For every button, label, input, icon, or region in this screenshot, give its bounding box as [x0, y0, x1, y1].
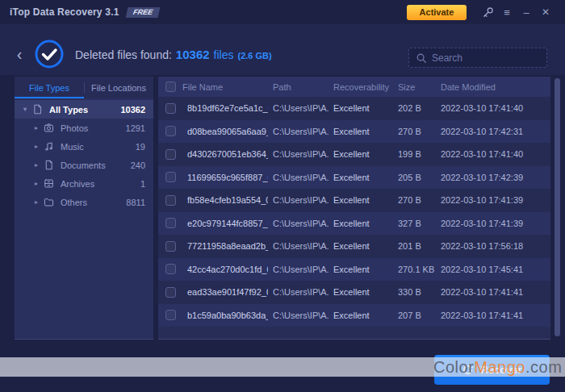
row-checkbox[interactable] [165, 287, 176, 298]
search-icon [416, 52, 427, 64]
tree-item-label: All Types [49, 105, 120, 115]
result-count: 10362 [176, 48, 210, 61]
cell-path: C:\Users\IP\A... [268, 311, 329, 320]
cell-path: C:\Users\IP\A... [268, 219, 329, 228]
cell-date: 2022-03-10 17:41:41 [436, 311, 525, 320]
row-checkbox[interactable] [165, 241, 176, 252]
sidebar-tree-item[interactable]: ▸ Documents 240 [15, 156, 153, 174]
table-row[interactable]: b1c59a0ba90b63da_0 C:\Users\IP\A... Exce… [158, 304, 550, 327]
cell-date: 2022-03-10 17:41:39 [436, 219, 525, 228]
col-size[interactable]: Size [393, 82, 436, 92]
table-row[interactable]: e20c979144fc8857_0 C:\Users\IP\A... Exce… [158, 212, 550, 236]
col-date-modified[interactable]: Date Modified [436, 82, 525, 92]
title-bar: iTop Data Recovery 3.1 FREE Activate ≡ –… [0, 0, 565, 24]
select-all-checkbox[interactable] [165, 81, 176, 92]
expand-arrow-icon[interactable]: ▸ [32, 143, 40, 150]
close-icon[interactable]: ✕ [536, 3, 555, 21]
row-checkbox[interactable] [165, 103, 176, 114]
expand-arrow-icon[interactable]: ▸ [32, 198, 40, 206]
tree-item-label: Photos [61, 123, 126, 133]
results-table: File Name Path Recoverability Size Date … [158, 77, 550, 340]
row-checkbox[interactable] [165, 195, 176, 206]
result-size: (2.6 GB) [237, 51, 271, 60]
cell-recoverability: Excellent [329, 195, 393, 205]
cell-file-name: b1c59a0ba90b63da_0 [182, 311, 268, 320]
expand-arrow-icon[interactable]: ▸ [32, 180, 40, 187]
cell-date: 2022-03-10 17:42:39 [436, 173, 525, 182]
cell-recoverability: Excellent [329, 173, 393, 182]
table-scrollbar[interactable] [555, 78, 560, 336]
sidebar-tree-item[interactable]: ▸ Others 8811 [15, 193, 153, 211]
table-row[interactable]: 77211958a8eaad2b_0 C:\Users\IP\A... Exce… [158, 235, 550, 258]
file-icon [32, 104, 44, 115]
cell-path: C:\Users\IP\A... [268, 265, 329, 274]
col-file-name[interactable]: File Name [182, 82, 268, 92]
photo-icon [44, 123, 55, 134]
tab-file-types[interactable]: File Types [15, 77, 84, 98]
sidebar-tree-item[interactable]: ▸ Archives 1 [15, 174, 153, 193]
license-key-icon[interactable] [478, 3, 497, 21]
table-row[interactable]: 42cc4ac270d0c1fd_0 C:\Users\IP\A... Exce… [158, 258, 550, 281]
col-recoverability[interactable]: Recoverability [329, 82, 393, 92]
cell-recoverability: Excellent [329, 241, 393, 251]
search-box[interactable] [408, 48, 547, 68]
sidebar-tree-item[interactable]: ▸ Photos 1291 [15, 119, 153, 137]
cell-size: 270.1 KB [393, 265, 436, 274]
cell-path: C:\Users\IP\A... [268, 173, 329, 182]
tree-item-count: 240 [131, 161, 145, 170]
tab-file-locations[interactable]: File Locations [84, 77, 153, 98]
sidebar-tree-item[interactable]: ▸ Music 19 [15, 137, 153, 156]
tree-item-count: 1291 [126, 123, 145, 133]
free-badge: FREE [125, 7, 160, 18]
cell-size: 327 B [393, 219, 436, 228]
cell-size: 199 B [393, 149, 436, 159]
cell-size: 205 B [393, 173, 436, 182]
sidebar-tree-item[interactable]: ▾ All Types 10362 [15, 100, 153, 119]
table-row[interactable]: d4302670051eb364_0 C:\Users\IP\A... Exce… [158, 143, 550, 166]
table-row[interactable]: fb58e4cfeb19a554_0 C:\Users\IP\A... Exce… [158, 189, 550, 212]
file-type-tree: ▾ All Types 10362 ▸ Photos 1291 ▸ Music … [15, 98, 153, 211]
row-checkbox[interactable] [165, 149, 176, 160]
table-row[interactable]: 8b19df62e7ce5a1c_0 C:\Users\IP\A... Exce… [158, 97, 550, 120]
row-checkbox[interactable] [165, 126, 176, 136]
cell-path: C:\Users\IP\A... [268, 103, 329, 113]
search-input[interactable] [432, 52, 529, 64]
results-header: ‹ Deleted files found: 10362 files (2.6 … [0, 24, 565, 75]
cell-size: 270 B [393, 195, 436, 205]
back-arrow-icon[interactable]: ‹ [11, 46, 27, 62]
cell-date: 2022-03-10 17:41:40 [436, 149, 525, 159]
watermark-band: ColorMango.com [0, 357, 565, 377]
col-path[interactable]: Path [268, 82, 329, 92]
cell-recoverability: Excellent [329, 287, 393, 297]
cell-file-name: 8b19df62e7ce5a1c_0 [182, 103, 268, 113]
cell-file-name: ead33ae901f47f92_0 [182, 287, 268, 297]
minimize-icon[interactable]: – [517, 3, 536, 21]
expand-arrow-icon[interactable]: ▸ [32, 161, 40, 169]
table-row[interactable]: 11699659c965f887_0 C:\Users\IP\A... Exce… [158, 166, 550, 190]
activate-button[interactable]: Activate [407, 5, 467, 20]
cell-date: 2022-03-10 17:41:39 [436, 195, 525, 205]
table-row[interactable]: d08bea99065a6aa9_0 C:\Users\IP\A... Exce… [158, 120, 550, 144]
cell-recoverability: Excellent [329, 103, 393, 113]
expand-arrow-icon[interactable]: ▸ [32, 124, 40, 131]
cell-recoverability: Excellent [329, 149, 393, 159]
tree-item-count: 8811 [126, 198, 145, 207]
tree-item-label: Archives [61, 179, 140, 189]
cell-path: C:\Users\IP\A... [268, 149, 329, 159]
cell-size: 202 B [393, 103, 436, 113]
cell-path: C:\Users\IP\A... [268, 287, 329, 297]
row-checkbox[interactable] [165, 172, 176, 182]
table-row[interactable]: ead33ae901f47f92_0 C:\Users\IP\A... Exce… [158, 281, 550, 304]
app-window: iTop Data Recovery 3.1 FREE Activate ≡ –… [0, 0, 565, 392]
tree-item-count: 19 [136, 142, 145, 152]
row-checkbox[interactable] [165, 310, 176, 320]
tree-item-count: 10362 [120, 105, 145, 115]
cell-date: 2022-03-10 17:41:40 [436, 103, 525, 113]
expand-arrow-icon[interactable]: ▾ [21, 106, 29, 113]
sidebar-panel: File Types File Locations ▾ All Types 10… [15, 77, 153, 340]
cell-recoverability: Excellent [329, 265, 393, 274]
menu-icon[interactable]: ≡ [497, 3, 517, 21]
row-checkbox[interactable] [165, 218, 176, 228]
row-checkbox[interactable] [165, 264, 176, 274]
cell-file-name: 11699659c965f887_0 [182, 173, 268, 182]
